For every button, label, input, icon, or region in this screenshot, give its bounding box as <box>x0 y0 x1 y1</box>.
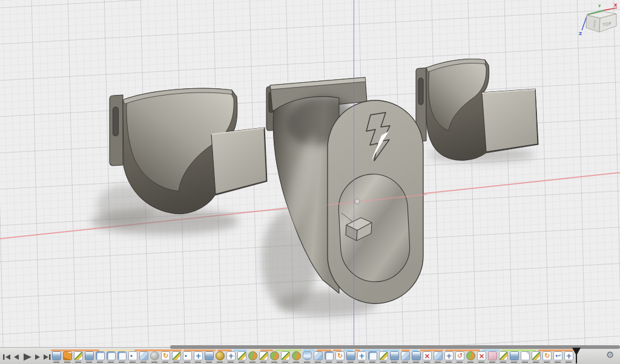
timeline-feature-extrude-4-icon[interactable] <box>85 351 94 360</box>
timeline-ruler-tick <box>304 362 310 363</box>
timeline-feature-move-37-icon[interactable]: + <box>444 351 453 360</box>
timeline-feature-sketch-45-icon[interactable] <box>532 351 541 360</box>
timeline-feature-sketch-42-icon[interactable] <box>499 351 508 360</box>
timeline-feature-sketch-22-icon[interactable] <box>281 351 290 360</box>
timeline-group-bar-2[interactable] <box>101 349 133 351</box>
y-axis-label: Y <box>598 4 601 8</box>
timeline-feature-extrude-15-icon[interactable] <box>205 351 214 360</box>
timeline-feature-extrude-43-icon[interactable] <box>510 351 519 360</box>
timeline-feature-box-33-icon[interactable] <box>401 351 410 360</box>
timeline-feature-sketch-31-icon[interactable] <box>379 351 388 360</box>
timeline-feature-extrude-34-icon[interactable] <box>412 351 421 360</box>
timeline-ruler-tick <box>326 362 332 363</box>
timeline-ruler-tick <box>500 362 506 363</box>
timeline-scrollbar[interactable] <box>170 345 620 349</box>
timeline-settings-gear-icon[interactable]: ⚙ <box>606 349 614 360</box>
timeline-feature-flip-11-icon[interactable]: ↻ <box>161 351 170 360</box>
timeline-ruler-tick <box>130 362 136 363</box>
timeline-feature-extrude-32-icon[interactable] <box>390 351 399 360</box>
timeline-feature-bucket-2-icon[interactable] <box>63 351 72 360</box>
play-button[interactable] <box>24 354 31 361</box>
timeline-feature-revolve-39-icon[interactable] <box>466 351 475 360</box>
timeline-feature-extrude-1-icon[interactable] <box>52 351 61 360</box>
timeline-feature-fillet-7-icon[interactable] <box>117 351 127 360</box>
origin-point[interactable] <box>355 199 360 204</box>
timeline-ruler-tick <box>97 362 103 363</box>
timeline-ruler-tick <box>544 362 550 363</box>
timeline-feature-move-14-icon[interactable]: + <box>194 351 203 360</box>
timeline-feature-sketch-20-icon[interactable] <box>259 351 268 360</box>
timeline-feature-delete-40-icon[interactable]: × <box>477 351 486 360</box>
timeline-ruler-tick <box>108 362 114 363</box>
timeline-feature-sketch-12-icon[interactable] <box>172 351 181 360</box>
go-to-start-button[interactable] <box>3 354 10 360</box>
timeline-ruler-tick <box>119 362 125 363</box>
timeline-ruler-tick <box>315 362 321 363</box>
timeline-feature-fillet-30-icon[interactable] <box>368 351 377 360</box>
timeline-feature-extrude-28-icon[interactable] <box>346 351 355 360</box>
timeline-feature-doc-44-icon[interactable] <box>521 351 530 360</box>
timeline-feature-move-29-icon[interactable]: + <box>357 351 366 360</box>
timeline-ruler-tick <box>566 362 572 363</box>
timeline-feature-box-36-icon[interactable] <box>434 351 443 360</box>
timeline-feature-fillet-6-icon[interactable] <box>107 351 116 360</box>
timeline-feature-revolve-19-icon[interactable] <box>248 351 257 360</box>
timeline-playback-controls <box>2 352 53 363</box>
viewport-canvas[interactable]: X Y Z TOP FRONT •↻•++↻+×+↺×↻↩+ ⚙ <box>0 0 620 364</box>
timeline-ruler-tick <box>228 362 234 363</box>
timeline-ruler-tick <box>555 362 561 363</box>
timeline-feature-sketch-3-icon[interactable] <box>74 351 83 360</box>
timeline-feature-hole-13-icon[interactable]: • <box>183 351 192 360</box>
timeline-ruler-tick <box>151 362 157 363</box>
go-to-end-button[interactable] <box>44 354 51 360</box>
timeline-feature-shield-24-icon[interactable] <box>303 351 312 360</box>
x-axis-label: X <box>614 3 618 8</box>
step-forward-button[interactable] <box>35 354 40 360</box>
timeline-feature-back-47-icon[interactable]: ↩ <box>553 351 562 360</box>
timeline-feature-move-17-icon[interactable]: + <box>226 351 236 360</box>
timeline-ruler-tick <box>337 362 343 363</box>
timeline-feature-delete-35-icon[interactable]: × <box>423 351 432 360</box>
timeline-ruler-tick <box>260 362 266 363</box>
timeline-ruler-tick <box>53 362 59 363</box>
timeline-feature-gray-10-icon[interactable] <box>150 351 159 360</box>
timeline-ruler-tick <box>239 362 245 363</box>
timeline-feature-hole-8-icon[interactable]: • <box>128 351 137 360</box>
timeline-ruler-tick <box>162 362 168 363</box>
timeline-feature-revolve-21-icon[interactable] <box>270 351 279 360</box>
z-axis-indicator <box>582 16 587 30</box>
timeline-ruler-tick <box>217 362 223 363</box>
timeline-feature-fillet-5-icon[interactable] <box>96 351 105 360</box>
timeline-ruler-tick <box>184 362 190 363</box>
timeline-feature-revolve-23-icon[interactable] <box>292 351 301 360</box>
timeline-feature-fillet-26-icon[interactable] <box>325 351 334 360</box>
timeline-feature-sketch-18-icon[interactable] <box>237 351 246 360</box>
timeline-feature-gold-16-icon[interactable] <box>216 351 225 360</box>
x-axis-indicator <box>604 8 617 10</box>
timeline-feature-pink-41-icon[interactable] <box>488 351 497 360</box>
timeline-ruler-tick <box>533 362 539 363</box>
step-back-button[interactable] <box>14 354 19 360</box>
timeline-feature-flip-46-icon[interactable]: ↻ <box>542 351 552 360</box>
timeline-ruler-tick <box>478 362 484 363</box>
timeline-ruler-tick <box>75 362 81 363</box>
timeline-ruler-tick <box>358 362 364 363</box>
timeline-ruler-tick <box>467 362 473 363</box>
timeline-ruler-tick <box>402 362 408 363</box>
timeline-feature-box-9-icon[interactable] <box>139 351 148 360</box>
timeline-feature-flip-27-icon[interactable]: ↻ <box>335 351 345 360</box>
timeline-ruler-tick <box>511 362 517 363</box>
timeline-feature-box-25-icon[interactable] <box>314 351 323 360</box>
timeline-ruler-tick <box>489 362 495 363</box>
timeline-ruler-tick <box>424 362 430 363</box>
viewcube[interactable]: X Y Z TOP FRONT <box>573 1 620 41</box>
timeline-playhead-stem[interactable] <box>576 348 577 363</box>
timeline-ruler-tick <box>369 362 375 363</box>
timeline-ruler-tick <box>86 362 92 363</box>
timeline-ruler-tick <box>271 362 277 363</box>
timeline-feature-offset-38-icon[interactable]: ↺ <box>455 351 464 360</box>
timeline-ruler-tick <box>293 362 299 363</box>
timeline-ruler-tick <box>249 362 256 363</box>
timeline-ruler-tick <box>435 362 441 363</box>
timeline-ruler-tick <box>522 362 528 363</box>
